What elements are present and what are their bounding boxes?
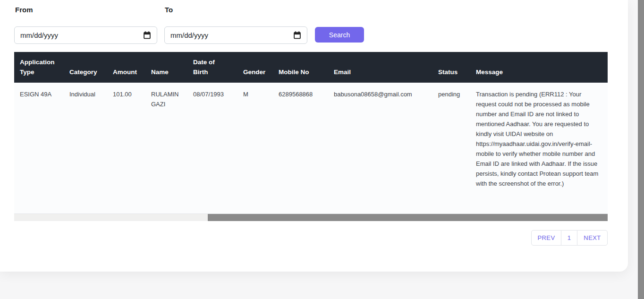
col-message: Message xyxy=(470,52,608,83)
calendar-icon[interactable] xyxy=(293,31,301,39)
calendar-icon[interactable] xyxy=(143,31,151,39)
cell-amount: 101.00 xyxy=(107,83,145,214)
cell-application-type: ESIGN 49A xyxy=(14,83,64,214)
from-date-placeholder: mm/dd/yyyy xyxy=(20,31,58,39)
pagination: PREV 1 NEXT xyxy=(531,230,608,246)
pagination-prev-button[interactable]: PREV xyxy=(531,230,561,246)
col-amount: Amount xyxy=(107,52,145,83)
table-horizontal-scrollbar[interactable] xyxy=(14,214,608,221)
col-mobile-no: Mobile No xyxy=(273,52,328,83)
col-gender: Gender xyxy=(237,52,273,83)
from-label: From xyxy=(15,6,33,14)
cell-message: Transaction is pending (ERR112 : Your re… xyxy=(470,83,608,214)
page-vertical-scrollbar-thumb[interactable] xyxy=(638,0,644,299)
cell-date-of-birth: 08/07/1993 xyxy=(187,83,237,214)
page-vertical-scrollbar[interactable] xyxy=(638,0,644,299)
col-email: Email xyxy=(328,52,432,83)
content-card: From To mm/dd/yyyy mm/dd/yyyy Search App… xyxy=(0,0,628,272)
table-row: ESIGN 49A Individual 101.00 RULAMIN GAZI… xyxy=(14,83,608,214)
col-application-type: Application Type xyxy=(14,52,64,83)
cell-gender: M xyxy=(237,83,273,214)
col-date-of-birth: Date of Birth xyxy=(187,52,237,83)
cell-mobile-no: 6289568868 xyxy=(273,83,328,214)
pagination-next-button[interactable]: NEXT xyxy=(577,230,608,246)
to-date-placeholder: mm/dd/yyyy xyxy=(170,31,208,39)
col-name: Name xyxy=(145,52,187,83)
to-date-input[interactable]: mm/dd/yyyy xyxy=(164,26,307,44)
search-button[interactable]: Search xyxy=(315,27,364,43)
col-status: Status xyxy=(432,52,470,83)
col-category: Category xyxy=(64,52,107,83)
cell-category: Individual xyxy=(64,83,107,214)
cell-name: RULAMIN GAZI xyxy=(145,83,187,214)
from-date-input[interactable]: mm/dd/yyyy xyxy=(14,26,157,44)
to-label: To xyxy=(165,6,173,14)
pagination-page-1-button[interactable]: 1 xyxy=(561,230,577,246)
results-table: Application Type Category Amount Name Da… xyxy=(14,52,608,221)
cell-email: babusona08658@gmail.com xyxy=(328,83,432,214)
cell-status: pending xyxy=(432,83,470,214)
table-header: Application Type Category Amount Name Da… xyxy=(14,52,608,83)
table-horizontal-scrollbar-thumb[interactable] xyxy=(208,214,608,221)
